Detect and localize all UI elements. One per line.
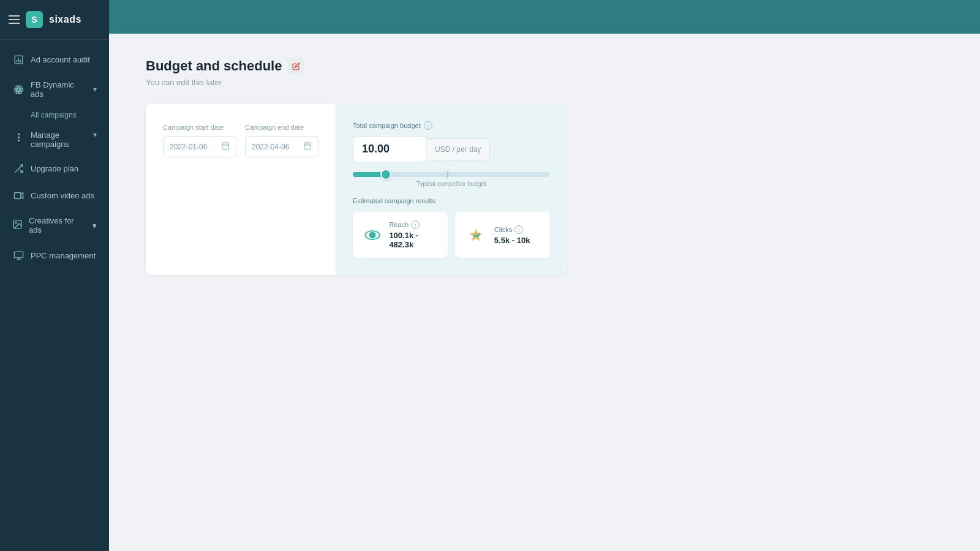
- svg-rect-17: [222, 143, 229, 149]
- date-inputs-row: Campaign start date 2022-01-06 Campaign …: [163, 124, 318, 157]
- svg-point-7: [18, 140, 19, 141]
- content-area: Budget and schedule You can edit this la…: [109, 34, 980, 551]
- svg-point-27: [370, 233, 374, 237]
- start-date-input[interactable]: 2022-01-06: [163, 136, 236, 157]
- slider-thumb[interactable]: [380, 169, 391, 180]
- clicks-info: Clicks i 5.5k - 10k: [494, 225, 530, 245]
- edit-icon-button[interactable]: [288, 58, 304, 74]
- atom-icon: [12, 83, 24, 96]
- sub-nav-fb: All campaigns: [0, 106, 109, 124]
- svg-rect-14: [14, 252, 23, 258]
- end-date-wrap: Campaign end date 2022-04-06: [245, 124, 318, 157]
- clicks-result-card: Clicks i 5.5k - 10k: [455, 212, 550, 258]
- sidebar-label-custom-video-ads: Custom video ads: [31, 191, 94, 200]
- calendar-icon-start: [221, 141, 230, 152]
- end-date-input[interactable]: 2022-04-06: [245, 136, 318, 157]
- video-icon: [12, 189, 24, 201]
- svg-point-5: [18, 133, 19, 135]
- clicks-title-text: Clicks: [494, 226, 512, 233]
- competitor-marker: [447, 170, 448, 179]
- page-subtitle: You can edit this later: [146, 78, 943, 87]
- logo-box: S: [26, 11, 43, 28]
- sidebar-item-manage-campaigns[interactable]: Manage campaigns ▾: [4, 126, 105, 154]
- reach-title-text: Reach: [389, 221, 409, 228]
- dots-icon: [12, 131, 24, 143]
- all-campaigns-label: All campaigns: [31, 111, 77, 119]
- sidebar-item-fb-dynamic-ads[interactable]: FB Dynamic ads ▾: [4, 74, 105, 105]
- results-row: Reach i 100.1k - 482.3k: [353, 212, 550, 258]
- clicks-value: 5.5k - 10k: [494, 236, 530, 245]
- sidebar-label-upgrade-plan: Upgrade plan: [31, 164, 78, 173]
- sidebar-item-upgrade-plan[interactable]: Upgrade plan: [4, 156, 105, 181]
- svg-rect-10: [14, 192, 21, 198]
- page-title: Budget and schedule: [146, 58, 282, 74]
- svg-point-1: [18, 89, 20, 91]
- sidebar-item-ppc-management[interactable]: PPC management: [4, 243, 105, 268]
- clicks-icon: [465, 224, 487, 246]
- hamburger-icon[interactable]: [9, 15, 20, 24]
- reach-icon: [363, 224, 382, 246]
- budget-input-row: USD / per day: [353, 136, 550, 162]
- dates-card: Campaign start date 2022-01-06 Campaign …: [146, 104, 336, 275]
- page-title-row: Budget and schedule: [146, 58, 943, 74]
- ppc-icon: [12, 249, 24, 261]
- logo-letter: S: [31, 15, 37, 24]
- end-date-label: Campaign end date: [245, 124, 318, 131]
- sidebar-header: S sixads: [0, 0, 109, 40]
- budget-label: Total campaign budget i: [353, 121, 550, 130]
- chart-icon: [12, 53, 24, 66]
- sidebar-item-ad-account-audit[interactable]: Ad account audit: [4, 47, 105, 72]
- sidebar-label-ad-account-audit: Ad account audit: [31, 55, 90, 64]
- chevron-down-icon: ▾: [93, 85, 97, 94]
- sidebar-label-fb-dynamic-ads: FB Dynamic ads: [31, 80, 87, 99]
- sidebar-label-manage-campaigns: Manage campaigns: [31, 130, 87, 149]
- start-date-label: Campaign start date: [163, 124, 236, 131]
- sidebar-item-custom-video-ads[interactable]: Custom video ads: [4, 183, 105, 208]
- sidebar-item-all-campaigns[interactable]: All campaigns: [22, 107, 105, 124]
- budget-slider-wrap: [353, 172, 550, 177]
- sidebar: S sixads Ad account audit FB Dynamic ads…: [0, 0, 109, 551]
- reach-value: 100.1k - 482.3k: [389, 231, 437, 249]
- start-date-wrap: Campaign start date 2022-01-06: [163, 124, 236, 157]
- start-date-value: 2022-01-06: [170, 143, 216, 151]
- chevron-down-icon-creatives: ▾: [92, 221, 97, 230]
- end-date-value: 2022-04-06: [252, 143, 298, 151]
- svg-point-6: [18, 137, 19, 138]
- svg-point-13: [15, 222, 17, 223]
- clicks-info-icon[interactable]: i: [514, 225, 523, 234]
- calendar-icon-end: [303, 141, 312, 152]
- reach-info: Reach i 100.1k - 482.3k: [389, 220, 437, 249]
- reach-info-icon[interactable]: i: [411, 220, 420, 229]
- clicks-title: Clicks i: [494, 225, 530, 234]
- sidebar-item-creatives-for-ads[interactable]: Creatives for ads ▾: [4, 210, 105, 241]
- image-icon: [12, 219, 23, 231]
- results-card: Total campaign budget i USD / per day: [336, 104, 567, 275]
- upgrade-icon: [12, 162, 24, 174]
- budget-unit: USD / per day: [426, 138, 490, 160]
- reach-title: Reach i: [389, 220, 437, 229]
- budget-grid: Campaign start date 2022-01-06 Campaign …: [146, 104, 599, 275]
- estimated-label: Estimated campaign results: [353, 197, 550, 204]
- competitor-label: Typical competitor budget: [353, 181, 550, 187]
- slider-fill: [353, 172, 382, 177]
- brand-name: sixads: [49, 14, 81, 25]
- chevron-down-icon-manage: ▾: [93, 130, 97, 139]
- main-area: Budget and schedule You can edit this la…: [109, 0, 980, 551]
- reach-result-card: Reach i 100.1k - 482.3k: [353, 212, 448, 258]
- top-bar: [109, 0, 980, 34]
- slider-track[interactable]: [353, 172, 550, 177]
- budget-info-icon[interactable]: i: [424, 121, 432, 130]
- budget-input[interactable]: [353, 136, 426, 162]
- sidebar-label-ppc-management: PPC management: [31, 251, 96, 260]
- sidebar-label-creatives-for-ads: Creatives for ads: [29, 216, 86, 234]
- svg-rect-21: [304, 143, 311, 149]
- budget-label-text: Total campaign budget: [353, 122, 421, 129]
